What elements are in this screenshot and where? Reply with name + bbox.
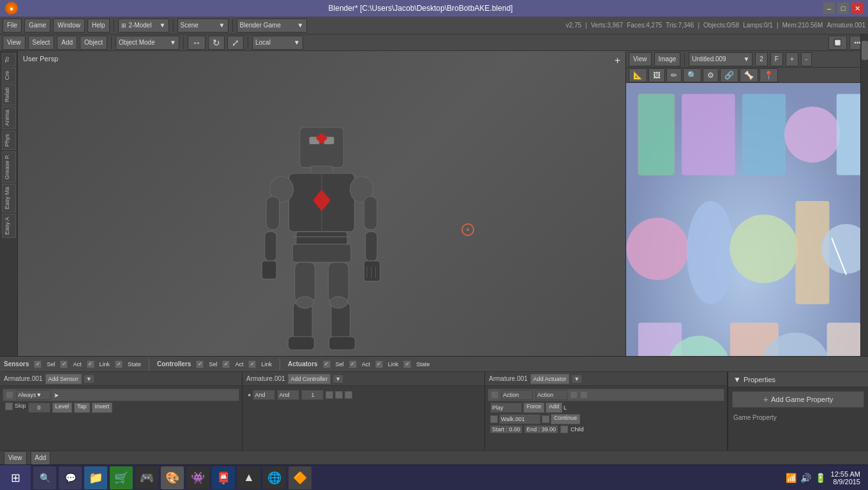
sensors-act-check[interactable]: ✓ — [60, 360, 68, 368]
sensor-check[interactable] — [6, 391, 13, 399]
add-game-property-btn[interactable]: + Add Game Property — [732, 391, 864, 408]
walk-dropdown[interactable]: Walk.001 — [499, 414, 541, 424]
taskbar-blender[interactable]: 🔶 — [288, 466, 311, 489]
view-btn-bottom[interactable]: View — [4, 451, 27, 465]
sidebar-item-easyanim[interactable]: Easy A — [2, 214, 16, 238]
taskbar-cortana[interactable]: 💬 — [59, 466, 82, 489]
taskbar-gdrive[interactable]: ▲ — [237, 466, 260, 489]
viewport-local[interactable]: Local ▼ — [252, 36, 303, 50]
view-menu[interactable]: View — [3, 36, 26, 50]
tray-network[interactable]: 📶 — [786, 473, 797, 483]
tex-tool-2[interactable]: 🖼 — [648, 68, 665, 82]
tap-btn[interactable]: Tap — [74, 403, 90, 413]
tex-zoom-out[interactable]: - — [801, 52, 812, 66]
act-check2[interactable] — [570, 391, 578, 399]
sensors-link-check[interactable]: ✓ — [87, 360, 94, 368]
engine-dropdown[interactable]: Blender Game ▼ — [237, 19, 307, 33]
tex-tool-6[interactable]: 🔗 — [720, 68, 738, 82]
child-check[interactable] — [560, 426, 568, 433]
invert-btn[interactable]: Invert — [92, 403, 113, 413]
add-actuator-btn[interactable]: Add Actuator — [530, 374, 570, 384]
viewport-add-button[interactable]: + — [615, 55, 620, 66]
tray-battery[interactable]: 🔋 — [815, 473, 826, 483]
sidebar-item-grease[interactable]: Grease P. — [2, 151, 16, 182]
taskbar-chrome[interactable]: 🌐 — [263, 466, 286, 489]
add-btn[interactable]: Add — [546, 403, 562, 413]
controller-num[interactable]: 1 — [301, 390, 324, 400]
tex-tool-3[interactable]: ✏ — [666, 68, 682, 82]
ctrl-act-check[interactable]: ✓ — [222, 360, 230, 368]
tex-tool-7[interactable]: 🦴 — [740, 68, 758, 82]
act-act-check[interactable]: ✓ — [349, 360, 357, 368]
sidebar-item-create[interactable]: Cre — [2, 68, 16, 84]
taskbar-udk[interactable]: 👾 — [186, 466, 209, 489]
tex-tool-1[interactable]: 📐 — [629, 68, 647, 82]
controller-check3[interactable] — [345, 391, 352, 399]
tray-volume[interactable]: 🔊 — [800, 473, 811, 483]
object-mode-dropdown[interactable]: Object Mode ▼ — [116, 36, 179, 50]
menu-game[interactable]: Game — [24, 19, 50, 33]
add-sensor-btn[interactable]: Add Sensor — [45, 374, 82, 384]
controller-and2[interactable]: And — [277, 390, 299, 400]
add-controller-btn[interactable]: Add Controller — [288, 374, 331, 384]
continue-btn[interactable]: Continue — [551, 414, 580, 424]
sensors-sel-check[interactable]: ✓ — [34, 360, 41, 368]
walk-check2[interactable] — [542, 415, 550, 423]
maximize-button[interactable]: □ — [837, 3, 849, 14]
act-check1[interactable] — [491, 391, 498, 399]
workspace-dropdown[interactable]: ⊞ 2-Model ▼ — [118, 19, 169, 33]
tex-tool-5[interactable]: ⚙ — [703, 68, 719, 82]
add-menu[interactable]: Add — [57, 36, 77, 50]
actuator-action-row[interactable]: Action Action — [488, 389, 724, 401]
scrollbar-thumb[interactable] — [862, 41, 868, 60]
sensors-state-check[interactable]: ✓ — [115, 360, 123, 368]
actuator-type[interactable]: Action — [501, 390, 533, 400]
sidebar-item-relations[interactable]: Relati — [2, 84, 16, 105]
scale-tool[interactable]: ⤢ — [227, 36, 244, 50]
play-dropdown[interactable]: Play — [490, 403, 522, 413]
controller-check1[interactable] — [326, 391, 333, 399]
rotate-tool[interactable]: ↻ — [208, 36, 225, 50]
close-button[interactable]: ✕ — [851, 3, 863, 14]
start-button[interactable]: ⊞ — [0, 465, 31, 491]
tex-zoom-in[interactable]: + — [786, 52, 798, 66]
ctrl-sel-check[interactable]: ✓ — [196, 360, 204, 368]
viewport-shading[interactable]: 🔲 — [828, 36, 847, 50]
taskbar-search[interactable]: 🔍 — [33, 466, 56, 489]
act-check3[interactable] — [580, 391, 588, 399]
act-link-check[interactable]: ✓ — [375, 360, 383, 368]
menu-file[interactable]: File — [3, 19, 22, 33]
texture-file-dropdown[interactable]: Untitled.009 ▼ — [689, 52, 752, 66]
sidebar-item-easymapping[interactable]: Easy Ma — [2, 184, 16, 212]
level-btn[interactable]: Level — [52, 403, 73, 413]
actuator-action2[interactable]: Action — [535, 390, 567, 400]
sensor-type-dropdown[interactable]: Always▼ — [16, 390, 51, 400]
act-sel-check[interactable]: ✓ — [323, 360, 331, 368]
taskbar-mail[interactable]: 📮 — [212, 466, 235, 489]
walk-check[interactable] — [490, 415, 498, 423]
ctrl-link-check[interactable]: ✓ — [248, 360, 256, 368]
tex-tool-4[interactable]: 🔍 — [683, 68, 701, 82]
controller-check2[interactable] — [335, 391, 343, 399]
minimize-button[interactable]: – — [823, 3, 835, 14]
object-menu[interactable]: Object — [80, 36, 107, 50]
menu-help[interactable]: Help — [87, 19, 110, 33]
add-btn-bottom[interactable]: Add — [31, 451, 51, 465]
controller-and-row[interactable]: ● And And 1 — [245, 389, 482, 401]
act-state-check[interactable]: ✓ — [403, 360, 411, 368]
taskbar-game[interactable]: 🎮 — [135, 466, 158, 489]
sidebar-item-animation[interactable]: Anima — [2, 107, 16, 130]
taskbar-clock[interactable]: 12:55 AM 8/9/2015 — [831, 470, 860, 486]
tex-tool-8[interactable]: 📍 — [760, 68, 778, 82]
sensor-always-row[interactable]: Always▼ ➤ — [3, 389, 239, 401]
translate-tool[interactable]: ↔ — [188, 36, 206, 50]
skip-check[interactable] — [5, 403, 13, 410]
sidebar-item-tools[interactable]: To — [2, 54, 16, 66]
texture-view-menu[interactable]: View — [629, 52, 652, 66]
select-menu[interactable]: Select — [28, 36, 55, 50]
menu-window[interactable]: Window — [53, 19, 85, 33]
texture-image-menu[interactable]: Image — [654, 52, 681, 66]
controller-and[interactable]: And — [253, 390, 275, 400]
sidebar-item-physics[interactable]: Phys — [2, 131, 16, 150]
force-btn[interactable]: Force — [523, 403, 544, 413]
